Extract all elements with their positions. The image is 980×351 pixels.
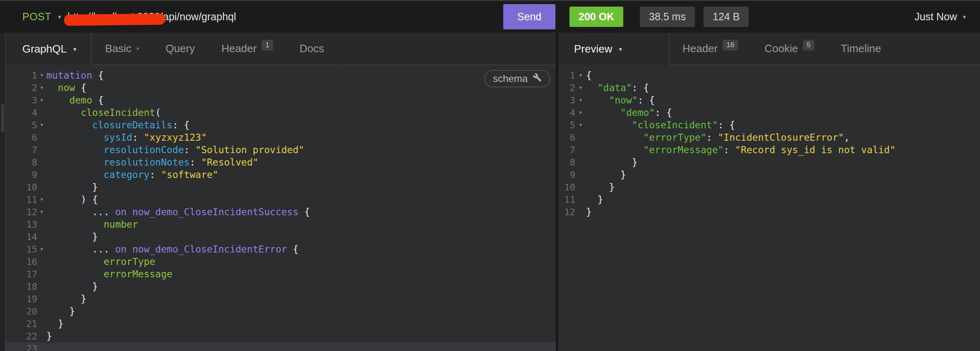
line-number: 23 — [6, 344, 37, 351]
code-line: 23 — [6, 342, 556, 351]
body-type-dropdown[interactable]: GraphQL ▾ — [6, 33, 92, 65]
tab-header[interactable]: Header1 — [209, 33, 286, 65]
sidebar-edge — [0, 33, 6, 351]
size-badge: 124 B — [704, 7, 749, 27]
line-number: 2 — [558, 83, 575, 93]
line-number: 5 — [558, 120, 575, 130]
code-text: errorType — [46, 256, 155, 267]
code-line: 8 } — [558, 156, 980, 168]
code-line: 7 resolutionCode: "Solution provided" — [6, 144, 556, 156]
fold-toggle-icon[interactable]: ▾ — [37, 94, 46, 106]
tab-basic[interactable]: Basic▾ — [93, 33, 151, 65]
tab-count-badge: 5 — [803, 40, 814, 50]
time-badge: 38.5 ms — [640, 7, 695, 27]
line-number: 19 — [6, 294, 37, 304]
code-text: resolutionNotes: "Resolved" — [46, 157, 258, 168]
scrollbar-thumb[interactable] — [1, 104, 4, 132]
code-text: } — [46, 331, 52, 341]
code-text: resolutionCode: "Solution provided" — [46, 144, 304, 155]
code-text: } — [586, 194, 603, 205]
tab-label: Docs — [300, 42, 324, 55]
code-text: closeIncident( — [46, 107, 161, 118]
response-tabs: Header16Cookie5Timeline — [669, 33, 980, 65]
request-pane: GraphQL ▾ Basic▾QueryHeader1Docs schema … — [6, 33, 556, 351]
graphql-editor[interactable]: schema 1▾mutation {2▾ now {3▾ demo {4 cl… — [6, 65, 556, 351]
fold-toggle-icon[interactable]: ▾ — [37, 119, 46, 131]
response-body-viewer: 1▾{2▾ "data": {3▾ "now": {4▾ "demo": {5▾… — [558, 65, 980, 351]
code-text: "errorMessage": "Record sys_id is not va… — [586, 144, 896, 155]
line-number: 3 — [6, 95, 37, 106]
code-text: } — [46, 231, 98, 242]
code-line: 9 } — [558, 168, 980, 181]
tab-query[interactable]: Query — [153, 33, 207, 65]
send-button[interactable]: Send — [503, 4, 555, 29]
schema-button[interactable]: schema — [485, 70, 550, 87]
fold-toggle-icon[interactable]: ▾ — [37, 206, 46, 218]
line-number: 8 — [6, 157, 37, 168]
line-number: 4 — [558, 108, 575, 118]
redaction-overlay — [64, 14, 165, 26]
code-line: 11▾ ) { — [6, 193, 556, 206]
response-tab-bar: Preview ▾ Header16Cookie5Timeline — [558, 33, 980, 65]
tab-docs[interactable]: Docs — [287, 33, 336, 65]
code-text: } — [46, 182, 98, 192]
code-line: 3▾ "now": { — [558, 94, 980, 106]
code-text: } — [46, 281, 98, 292]
code-line: 12▾ ... on now_demo_CloseIncidentSuccess… — [6, 206, 556, 218]
tab-cookie[interactable]: Cookie5 — [752, 33, 826, 65]
code-line: 21 } — [6, 317, 556, 330]
chevron-down-icon: ▾ — [963, 13, 966, 21]
fold-toggle-icon[interactable]: ▾ — [575, 69, 586, 82]
response-pane: Preview ▾ Header16Cookie5Timeline 1▾{2▾ … — [558, 33, 980, 351]
code-line: 9 category: "software" — [6, 168, 556, 181]
line-number: 1 — [6, 70, 37, 81]
code-text: } — [586, 169, 626, 180]
code-line: 5▾ "closeIncident": { — [558, 119, 980, 131]
preview-mode-label: Preview — [574, 43, 612, 55]
code-line: 4▾ "demo": { — [558, 106, 980, 119]
line-number: 12 — [6, 207, 37, 217]
preview-mode-dropdown[interactable]: Preview ▾ — [558, 33, 669, 65]
body-type-label: GraphQL — [22, 43, 67, 55]
tab-header[interactable]: Header16 — [670, 33, 750, 65]
fold-toggle-icon[interactable]: ▾ — [37, 69, 46, 82]
code-text: } — [586, 182, 615, 192]
code-line: 20 } — [6, 305, 556, 317]
request-tabs: Basic▾QueryHeader1Docs — [92, 33, 556, 65]
tab-bar-filler — [338, 33, 556, 65]
fold-toggle-icon[interactable]: ▾ — [575, 82, 586, 94]
wrench-icon — [533, 73, 542, 84]
tab-timeline[interactable]: Timeline — [829, 33, 894, 65]
code-text: } — [586, 207, 592, 217]
code-text: now { — [46, 82, 86, 93]
status-badge: 200 OK — [569, 7, 623, 27]
line-number: 6 — [6, 132, 37, 143]
fold-toggle-icon[interactable]: ▾ — [37, 82, 46, 94]
line-number: 6 — [558, 132, 575, 143]
fold-toggle-icon[interactable]: ▾ — [575, 94, 586, 106]
schema-button-label: schema — [493, 73, 528, 84]
code-line: 2▾ "data": { — [558, 82, 980, 94]
line-number: 2 — [6, 83, 37, 93]
line-number: 14 — [6, 232, 37, 242]
fold-toggle-icon[interactable]: ▾ — [37, 243, 46, 255]
code-line: 11 } — [558, 193, 980, 206]
code-line: 8 resolutionNotes: "Resolved" — [6, 156, 556, 168]
code-line: 16 errorType — [6, 255, 556, 268]
tab-label: Cookie — [764, 42, 798, 55]
url-input[interactable]: http://localhost:8080 /api/now/graphql — [67, 1, 236, 33]
fold-toggle-icon[interactable]: ▾ — [575, 119, 586, 131]
fold-toggle-icon[interactable]: ▾ — [575, 106, 586, 119]
history-dropdown[interactable]: Just Now ▾ — [915, 1, 966, 33]
url-visible-text: /api/now/graphql — [160, 11, 236, 23]
code-text: ) { — [46, 194, 98, 205]
line-number: 4 — [6, 108, 37, 118]
line-number: 17 — [6, 269, 37, 279]
code-line: 1▾mutation { — [6, 69, 556, 82]
tab-label: Header — [221, 42, 257, 55]
code-text: ... on now_demo_CloseIncidentError { — [46, 244, 298, 255]
method-dropdown[interactable]: POST ▾ — [22, 1, 61, 33]
line-number: 13 — [6, 219, 37, 230]
code-line: 3▾ demo { — [6, 94, 556, 106]
fold-toggle-icon[interactable]: ▾ — [37, 193, 46, 206]
